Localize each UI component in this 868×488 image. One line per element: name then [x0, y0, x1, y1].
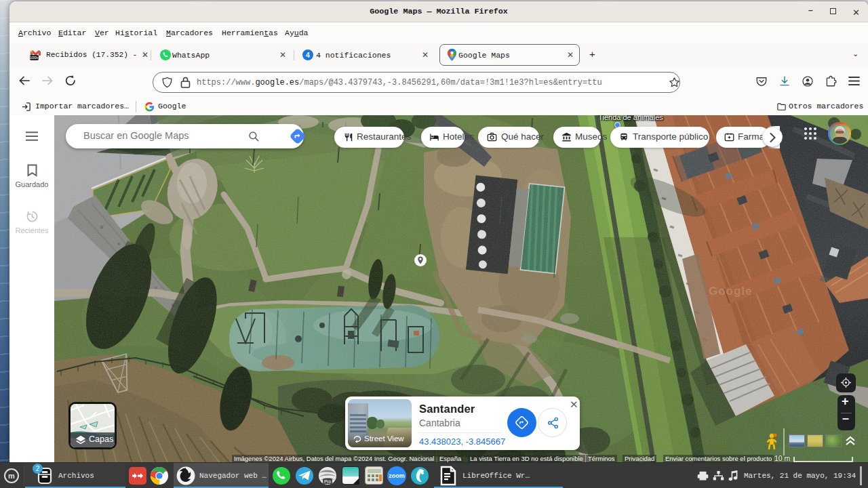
svg-text:100+: 100+ [30, 55, 39, 60]
svg-text:Pro: Pro [324, 479, 332, 484]
